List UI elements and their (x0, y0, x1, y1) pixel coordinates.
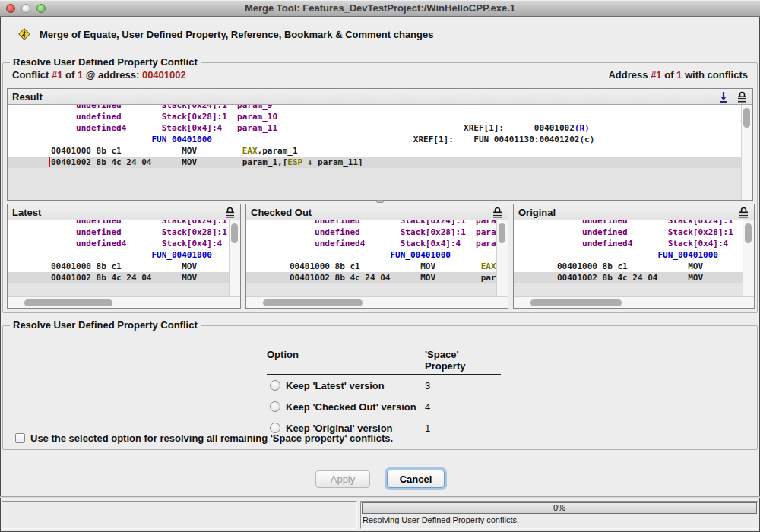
property-column-header: 'Space' Property (425, 349, 501, 375)
merge-sign-icon (18, 28, 30, 40)
conflict-viewer-group: Resolve User Defined Property Conflict C… (2, 62, 758, 313)
listing-line[interactable]: 00401000 8b c1 MOV EAX,param_1 (8, 145, 741, 157)
checked-out-listing[interactable]: undefined Stack[0x24]:1 param_9 undefine… (246, 220, 496, 296)
result-panel: Result (7, 88, 753, 201)
listing-line[interactable]: undefined4 Stack[0x4]:4 param_11 XREF[1]… (8, 238, 229, 249)
listing-line[interactable]: undefined4 Stack[0x4]:4 param_11 XREF[1]… (246, 238, 496, 249)
conflict-counter: Conflict #1 of 1 @ address: 00401002 (12, 69, 186, 81)
property-value-original: 1 (425, 423, 501, 434)
original-panel-title: Original (518, 207, 556, 218)
cursor-caret (49, 157, 50, 167)
latest-panel-header: Latest (8, 204, 240, 220)
scrollbar-thumb[interactable] (743, 108, 750, 128)
resolve-options-group: Resolve User Defined Property Conflict O… (2, 325, 758, 450)
window-title: Merge Tool: Features_DevTestProject:/Win… (0, 2, 760, 14)
listing-line[interactable]: undefined Stack[0x24]:1 param_9 (246, 220, 496, 226)
listing-line[interactable]: 00401000 8b c1 MOV EAX,param_1 (246, 261, 496, 272)
latest-horizontal-scrollbar[interactable] (8, 296, 240, 308)
original-panel-header: Original (514, 204, 754, 220)
radio-label[interactable]: Keep 'Latest' version (286, 380, 385, 391)
result-panel-title: Result (12, 91, 43, 103)
progress-message: Resolving User Defined Property conflict… (363, 515, 519, 524)
scrollbar-thumb[interactable] (499, 223, 505, 243)
latest-panel: Latest undefined Stack[0x24]:1 param_9 u… (7, 204, 241, 309)
listing-line[interactable]: undefined Stack[0x24]:1 param_9 (8, 105, 741, 111)
result-listing[interactable]: undefined Stack[0x24]:1 param_9 undefine… (8, 105, 741, 200)
listing-line[interactable]: undefined Stack[0x28]:1 param_10 (8, 111, 741, 122)
listing-line[interactable]: undefined4 Stack[0x4]:4 param_11 XREF[1]… (8, 122, 741, 134)
listing-line[interactable]: FUN_00401000 XREF[1]: FUN_00401130:00401… (514, 249, 743, 261)
property-value-checked-out: 4 (425, 401, 501, 413)
listing-line[interactable]: 00401002 8b 4c 24 04 MOV param_1,[ESP + … (8, 272, 229, 283)
conflict-info-line: Conflict #1 of 1 @ address: 00401002 Add… (12, 69, 748, 81)
lock-icon (223, 206, 236, 218)
listing-line[interactable]: FUN_00401000 XREF[1]: FUN_00401130:00401… (8, 249, 229, 261)
apply-button[interactable]: Apply (315, 470, 370, 488)
option-row-checked-out[interactable]: Keep 'Checked Out' version 4 (267, 396, 501, 417)
merge-banner: Merge of Equate, User Defined Property, … (12, 26, 433, 43)
progress-bar: 0% (362, 502, 757, 514)
property-value-latest: 3 (425, 380, 501, 391)
radio-label[interactable]: Keep 'Checked Out' version (286, 401, 416, 413)
result-vertical-scrollbar[interactable] (741, 105, 752, 200)
merge-tool-window: Merge Tool: Features_DevTestProject:/Win… (0, 0, 760, 532)
latest-vertical-scrollbar[interactable] (229, 220, 240, 296)
scrollbar-thumb[interactable] (231, 223, 238, 243)
button-row: Apply Cancel (0, 470, 760, 488)
lock-icon (737, 206, 749, 218)
checked-out-panel-title: Checked Out (251, 207, 312, 218)
merge-banner-text: Merge of Equate, User Defined Property, … (40, 29, 433, 40)
listing-line[interactable]: undefined Stack[0x28]:1 param_10 (246, 226, 496, 238)
listing-line[interactable]: 00401002 8b 4c 24 04 MOV param_1,[ESP + … (8, 157, 741, 168)
checked-out-vertical-scrollbar[interactable] (496, 220, 508, 296)
scrollbar-thumb[interactable] (530, 299, 622, 306)
use-for-all-row[interactable]: Use the selected option for resolving al… (15, 432, 393, 444)
scrollbar-thumb[interactable] (24, 299, 112, 306)
use-for-all-checkbox[interactable] (15, 433, 25, 443)
address-counter: Address #1 of 1 with conflicts (608, 69, 748, 81)
goto-conflict-icon[interactable] (717, 90, 730, 103)
original-listing[interactable]: undefined Stack[0x24]:1 param_9 undefine… (514, 220, 743, 296)
listing-line[interactable]: 00401002 8b 4c 24 04 MOV param_1,[ESP + … (514, 272, 743, 283)
checked-out-horizontal-scrollbar[interactable] (246, 296, 508, 308)
titlebar: Merge Tool: Features_DevTestProject:/Win… (0, 0, 760, 17)
options-table: Option 'Space' Property Keep 'Latest' ve… (267, 349, 501, 439)
original-panel: Original undefined Stack[0x24]:1 param_9… (513, 204, 755, 309)
scrollbar-thumb[interactable] (745, 223, 752, 243)
radio-keep-original[interactable] (270, 423, 280, 433)
listing-line[interactable]: 00401000 8b c1 MOV EAX,param_1 (8, 261, 229, 272)
listing-line[interactable]: undefined Stack[0x28]:1 param_10 (8, 226, 229, 238)
statusbar-progress-panel: 0% Resolving User Defined Property confl… (360, 501, 758, 529)
resolve-group-title: Resolve User Defined Property Conflict (10, 319, 201, 331)
radio-keep-latest[interactable] (270, 380, 280, 391)
listing-line[interactable]: 00401000 8b c1 MOV EAX,param_1 (514, 261, 743, 272)
lock-icon (736, 90, 748, 103)
listing-line[interactable]: undefined Stack[0x24]:1 param_9 (514, 220, 743, 226)
original-horizontal-scrollbar[interactable] (514, 296, 754, 308)
original-vertical-scrollbar[interactable] (743, 220, 754, 296)
scrollbar-thumb[interactable] (263, 299, 363, 306)
listing-line[interactable]: FUN_00401000 XREF[1]: FUN_00401130:00401… (8, 134, 741, 145)
splitpane-grip[interactable] (376, 200, 384, 203)
statusbar-message-panel (2, 501, 357, 529)
result-panel-header: Result (8, 89, 752, 105)
listing-line[interactable]: 00401002 8b 4c 24 04 MOV param_1,[ESP + … (246, 272, 496, 283)
checked-out-panel-header: Checked Out (246, 204, 508, 220)
lock-icon (491, 206, 503, 218)
listing-line[interactable]: undefined Stack[0x28]:1 param_10 (514, 226, 743, 238)
option-row-latest[interactable]: Keep 'Latest' version 3 (267, 375, 501, 396)
latest-panel-title: Latest (12, 207, 41, 218)
cancel-button[interactable]: Cancel (387, 470, 445, 488)
radio-keep-checked-out[interactable] (270, 401, 280, 412)
listing-line[interactable]: undefined4 Stack[0x4]:4 param_11 XREF[1]… (514, 238, 743, 249)
checked-out-panel: Checked Out undefined Stack[0x24]:1 para… (245, 204, 508, 309)
statusbar-divider (0, 496, 760, 498)
conflict-group-title: Resolve User Defined Property Conflict (10, 56, 201, 68)
listing-line[interactable]: FUN_00401000 XREF[1]: FUN_00401130:00401… (246, 249, 496, 261)
use-for-all-label[interactable]: Use the selected option for resolving al… (30, 432, 393, 444)
option-column-header: Option (267, 349, 425, 375)
listing-line[interactable]: undefined Stack[0x24]:1 param_9 (8, 220, 229, 226)
latest-listing[interactable]: undefined Stack[0x24]:1 param_9 undefine… (8, 220, 229, 296)
